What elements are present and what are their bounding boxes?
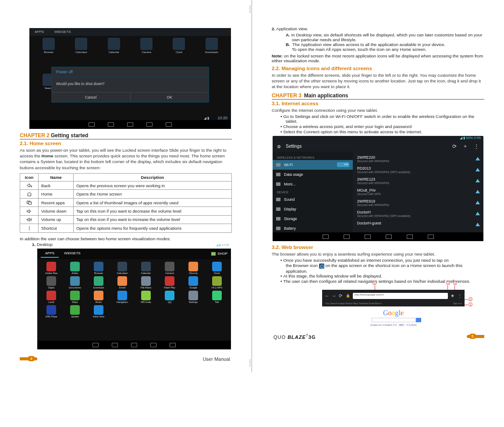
item-b: B. The Application view allows access to…: [292, 42, 484, 47]
wifi-network: RD2013Secured with WPA/WPA2 (WPS availab…: [353, 164, 483, 175]
nav-name: Shortcut: [39, 224, 74, 232]
volume-up-icon: [166, 122, 172, 127]
settings-icon: ⚙: [277, 144, 283, 149]
back-icon: [112, 343, 118, 347]
nav-icon: [20, 198, 39, 206]
sec31-intro: Configure the internet connection using …: [272, 107, 484, 113]
nav-desc: Opens the options menu for frequently us…: [74, 224, 232, 232]
chapter3-title: Main applications: [304, 93, 348, 99]
back-icon: [108, 122, 114, 127]
item-a: A. In Desktop view, six default shortcut…: [292, 32, 484, 42]
app-icon: Wifi Analy: [135, 291, 157, 303]
app-icon: Digita: [40, 276, 63, 289]
browser-icon: [319, 263, 324, 269]
app-icon: Hi-Q MP3: [206, 276, 228, 289]
sec31-b2: Choose a wireless access point, and ente…: [286, 124, 484, 129]
tab-apps: APPS: [29, 28, 49, 36]
ok-button: OK: [131, 93, 209, 102]
app-icon: Talk: [206, 291, 228, 303]
tab-widgets: WIDGETS: [49, 28, 76, 36]
table-row: Volume upTap on this icon if you want to…: [20, 215, 232, 224]
wifi-network: 2WIRE220Secured with WPA/WPA2: [353, 153, 483, 164]
app-icon: Calculator: [66, 38, 96, 53]
app-icon: Download: [87, 276, 110, 289]
nav-name: Back: [39, 181, 74, 189]
menu-icon: ⋮: [474, 143, 479, 149]
table-row: HomeOpens the Home screen: [20, 190, 232, 198]
reload-icon: ⟳: [339, 294, 343, 298]
app-icon: Chrome: [182, 262, 205, 274]
settings-item: Storage: [273, 214, 353, 224]
tab-apps: APPS: [41, 249, 59, 258]
chapter2-title: Getting started: [51, 132, 88, 139]
add-icon: +: [464, 143, 467, 149]
volume-up-icon: [428, 235, 434, 239]
sec32-intro: The browser allows you to enjoy a seamle…: [272, 251, 484, 257]
tab-widgets: WIDGETS: [60, 249, 85, 258]
menu-btn-icon: [365, 235, 371, 239]
page-number: 5: [469, 334, 476, 339]
nav-name: Volume down: [39, 207, 74, 215]
app-icon: Adobe Rea: [40, 262, 63, 274]
google-footer: Google.com in English 中文（繁體） 中文(简体): [322, 324, 465, 326]
nav-desc: Opens the previous screen you were worki…: [74, 181, 232, 189]
settings-item: Data usage: [273, 170, 353, 179]
screenshot-settings: ◢ ▮ 92% 2:55 ⚙Settings ⟳+⋮ WIRELESS & NE…: [273, 136, 483, 241]
sec31-b3: Select the Connect option on this menu t…: [286, 129, 484, 134]
th-icon: Icon: [20, 173, 39, 181]
app-icon: Browser: [87, 262, 110, 274]
svg-point-3: [29, 228, 30, 229]
settings-item: Display: [273, 204, 353, 214]
wifi-network: 2WIRE123Secured with WPA/WPA2: [353, 175, 483, 186]
footer-label: User Manual: [203, 356, 230, 362]
section-3-2-title: 3.2. Web browser: [272, 245, 484, 250]
app-icon: Calendar: [135, 262, 157, 274]
nav-desc: Tap on this icon if you want to increase…: [74, 215, 232, 224]
url-bar: http://www.google.com/m: [353, 293, 448, 299]
table-row: Volume downTap on this icon if you want …: [20, 207, 232, 215]
nav-desc: Opens a list of thumbnail images of apps…: [74, 198, 232, 206]
table-row: BackOpens the previous screen you were w…: [20, 181, 232, 189]
settings-item: Sound: [273, 195, 353, 204]
wifi-toggle: ON: [337, 162, 349, 167]
app-icon: Navigation: [111, 291, 134, 303]
svg-point-2: [29, 226, 30, 227]
wifi-network: 2WIRE619Secured with WPA/WPA2: [353, 197, 483, 208]
back-icon: ←: [325, 294, 329, 298]
app-icon: Browser: [34, 38, 64, 53]
app-icon: Camera: [131, 38, 161, 53]
section-2-1-body: As soon as you power-on your tablet, you…: [20, 147, 232, 171]
app-icon: Calendar: [99, 38, 129, 53]
dialog-title: Power off: [52, 67, 209, 77]
wifi-network: DoctorH-guest: [353, 219, 483, 227]
nav-icons-table: Icon Name Description BackOpens the prev…: [20, 173, 232, 233]
wifi-network: DoctorHSecured with WPA/WPA2 (WPS availa…: [353, 208, 483, 219]
lock-icon: 🔒: [346, 294, 350, 298]
table-row: Recent appsOpens a list of thumbnail ima…: [20, 198, 232, 206]
app-icon: Calculator: [111, 262, 134, 274]
back-icon: [344, 235, 350, 239]
scan-icon: ⟳: [452, 143, 457, 149]
chapter2-tag: CHAPTER 2: [20, 132, 50, 139]
note: Note: on the locked screen the most rece…: [272, 53, 484, 63]
page-number: 4: [28, 356, 35, 361]
recent-icon: [407, 235, 413, 239]
modes-intro: In addition the user can choose between …: [20, 236, 232, 241]
nav-desc: Tap on this icon if you want to decrease…: [74, 207, 232, 215]
nav-name: Volume up: [39, 215, 74, 224]
callout-2: 2: [469, 297, 472, 301]
volume-up-icon: [170, 343, 176, 347]
clock: 10:20: [217, 116, 227, 120]
sec32-b2: At this stage, the following window will…: [286, 274, 484, 278]
recent-icon: [150, 343, 156, 347]
table-row: ShortcutOpens the options menu for frequ…: [20, 224, 232, 232]
mode-1: 1. Desktop: [32, 242, 232, 247]
volume-down-icon: [323, 235, 329, 239]
screenshot-desktop: ◢ ▮ 14:06 APPS WIDGETS SHOP Adobe ReaAld…: [37, 249, 231, 349]
app-icon: Aldiko: [64, 262, 86, 274]
sec32-b1: Once you have successfully established a…: [286, 258, 484, 263]
volume-down-icon: [89, 122, 95, 127]
svg-point-4: [29, 229, 30, 230]
brand-logo: QUO BLAZE73G: [273, 333, 316, 340]
app-icon: Flash Play: [158, 276, 181, 289]
